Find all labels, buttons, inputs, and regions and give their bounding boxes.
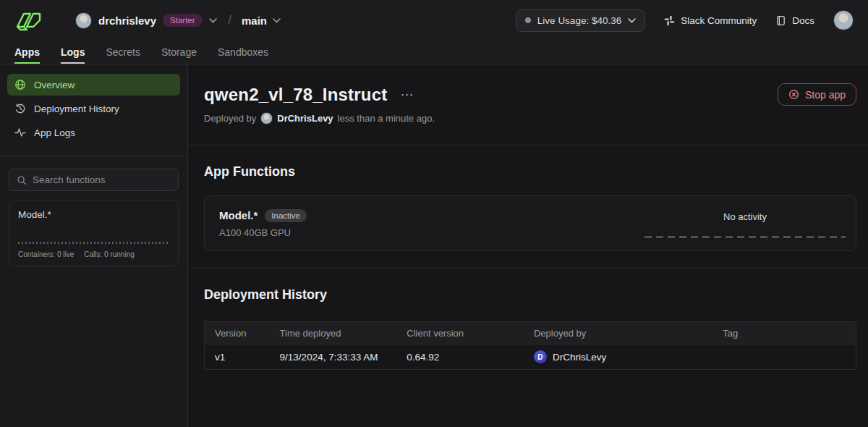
- plan-badge: Starter: [163, 14, 203, 27]
- tab-sandboxes[interactable]: Sandboxes: [218, 41, 268, 64]
- app-functions-section: App Functions Model.* Inactive A100 40GB…: [188, 145, 868, 269]
- function-activity: No activity: [644, 208, 846, 238]
- usage-status-dot: [525, 17, 531, 23]
- workspace-switcher[interactable]: drchrislevy Starter: [75, 12, 217, 29]
- slack-community-link[interactable]: Slack Community: [664, 15, 757, 26]
- col-time-deployed: Time deployed: [270, 322, 397, 344]
- col-client-version: Client version: [396, 322, 524, 344]
- environment-name: main: [242, 14, 267, 27]
- deployer-name: DrChrisLevy: [553, 352, 606, 363]
- page-title: qwen2_vl_78_Instruct: [204, 85, 387, 105]
- deployer-initial-avatar: D: [534, 350, 547, 363]
- sidebar: Overview Deployment History App Logs: [0, 64, 188, 427]
- slack-icon: [664, 15, 675, 26]
- cell-deployed-by: D DrChrisLevy: [524, 344, 712, 370]
- cell-tag: [712, 344, 856, 370]
- deployed-by-text: Deployed by: [204, 113, 256, 124]
- deployer-name: DrChrisLevy: [277, 113, 333, 124]
- table-row[interactable]: v1 9/13/2024, 7:33:33 AM 0.64.92 D DrChr…: [205, 344, 856, 370]
- function-info: Model.* Inactive A100 40GB GPU: [219, 209, 307, 238]
- cell-version: v1: [205, 344, 270, 370]
- primary-tabs: Apps Logs Secrets Storage Sandboxes: [0, 41, 868, 64]
- environment-switcher[interactable]: main: [242, 14, 281, 27]
- function-name-row: Model.* Inactive: [219, 209, 307, 222]
- chevron-down-icon: [628, 18, 636, 23]
- tab-storage[interactable]: Storage: [161, 41, 197, 64]
- no-activity-label: No activity: [723, 211, 767, 222]
- topbar: drchrislevy Starter / main Live Usage: $…: [0, 0, 868, 41]
- stop-app-button[interactable]: Stop app: [778, 83, 856, 106]
- sidebar-item-label: Overview: [34, 80, 75, 90]
- table-header-row: Version Time deployed Client version Dep…: [205, 322, 856, 344]
- chevron-down-icon: [209, 18, 217, 23]
- modal-dashboard: drchrislevy Starter / main Live Usage: $…: [0, 0, 868, 427]
- calls-stat: Calls: 0 running: [84, 250, 134, 258]
- deployment-history-heading: Deployment History: [204, 287, 856, 303]
- modal-logo-icon[interactable]: [14, 9, 48, 32]
- app-header: qwen2_vl_78_Instruct ⋯ Stop app Deployed…: [188, 64, 868, 145]
- function-name: Model.*: [219, 209, 258, 221]
- main-content: qwen2_vl_78_Instruct ⋯ Stop app Deployed…: [188, 64, 868, 427]
- globe-icon: [14, 79, 26, 90]
- live-usage-dropdown[interactable]: Live Usage: $40.36: [516, 9, 645, 32]
- tab-apps[interactable]: Apps: [14, 41, 40, 64]
- live-usage-label: Live Usage: $40.36: [537, 15, 621, 26]
- gpu-label: A100 40GB GPU: [219, 227, 307, 238]
- slack-community-label: Slack Community: [681, 15, 757, 26]
- sidebar-item-overview[interactable]: Overview: [7, 74, 180, 96]
- top-header: drchrislevy Starter / main Live Usage: $…: [0, 0, 868, 64]
- cell-time: 9/13/2024, 7:33:33 AM: [270, 344, 397, 370]
- page-body: Overview Deployment History App Logs: [0, 64, 868, 427]
- deploy-subtitle: Deployed by DrChrisLevy less than a minu…: [204, 112, 856, 124]
- cell-client: 0.64.92: [396, 344, 524, 370]
- sidebar-item-deployment-history[interactable]: Deployment History: [7, 98, 180, 119]
- search-functions-box: [9, 169, 179, 191]
- stop-circle-icon: [788, 89, 799, 100]
- function-sparkline: [18, 242, 169, 244]
- topbar-right: Live Usage: $40.36 Slack Community: [516, 9, 854, 32]
- app-functions-heading: App Functions: [204, 164, 856, 179]
- chevron-down-icon: [273, 18, 281, 23]
- activity-sparkline: [644, 236, 846, 238]
- app-options-menu-button[interactable]: ⋯: [397, 87, 416, 103]
- deployment-history-section: Deployment History Version Time deployed…: [188, 269, 868, 370]
- user-avatar[interactable]: [833, 10, 854, 30]
- col-deployed-by: Deployed by: [524, 322, 712, 344]
- search-functions-input[interactable]: [33, 174, 171, 185]
- workspace-avatar: [75, 12, 92, 29]
- deployment-history-table: Version Time deployed Client version Dep…: [204, 321, 856, 370]
- stop-app-label: Stop app: [805, 89, 846, 101]
- tab-logs[interactable]: Logs: [61, 41, 85, 64]
- status-badge: Inactive: [265, 209, 307, 222]
- function-row-card[interactable]: Model.* Inactive A100 40GB GPU No activi…: [204, 195, 856, 251]
- sidebar-item-label: Deployment History: [34, 103, 119, 114]
- function-stats: Containers: 0 live Calls: 0 running: [18, 250, 169, 258]
- workspace-name: drchrislevy: [98, 14, 156, 27]
- activity-pulse-icon: [14, 127, 26, 138]
- breadcrumb-separator: /: [229, 14, 231, 27]
- containers-stat: Containers: 0 live: [18, 250, 74, 258]
- sidebar-item-label: App Logs: [34, 127, 75, 138]
- title-row: qwen2_vl_78_Instruct ⋯ Stop app: [204, 83, 856, 106]
- function-name: Model.*: [18, 209, 169, 220]
- sidebar-nav: Overview Deployment History App Logs: [0, 64, 187, 156]
- history-icon: [14, 103, 26, 114]
- col-tag: Tag: [712, 322, 856, 344]
- docs-label: Docs: [792, 15, 814, 26]
- docs-icon: [775, 15, 786, 26]
- deployed-time: less than a minute ago.: [338, 113, 435, 124]
- search-icon: [17, 175, 27, 185]
- col-version: Version: [205, 322, 270, 344]
- deployer-avatar: [260, 112, 273, 124]
- tab-secrets[interactable]: Secrets: [106, 41, 140, 64]
- docs-link[interactable]: Docs: [775, 15, 814, 26]
- sidebar-function-card[interactable]: Model.* Containers: 0 live Calls: 0 runn…: [9, 200, 179, 266]
- sidebar-item-app-logs[interactable]: App Logs: [7, 122, 180, 143]
